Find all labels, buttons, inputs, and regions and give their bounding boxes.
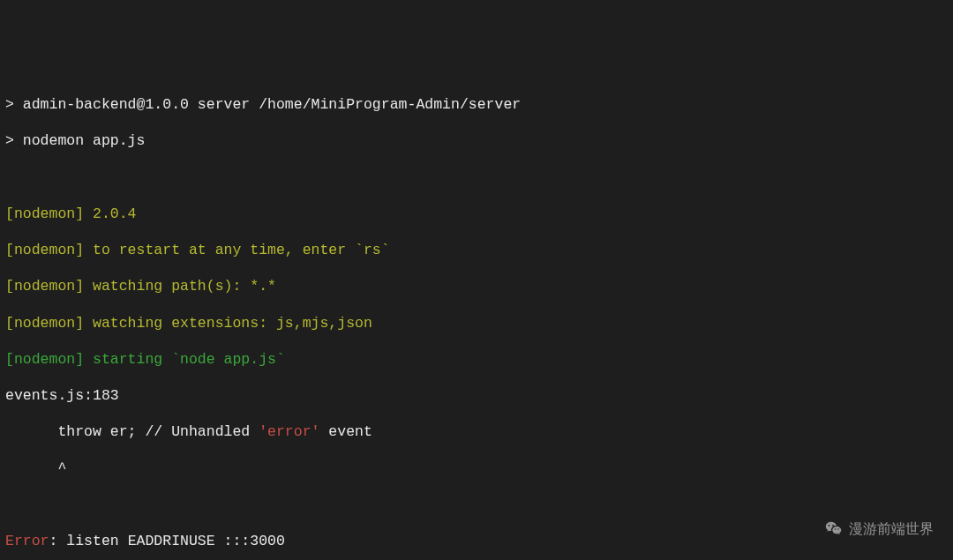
throw-line: throw er; // Unhandled 'error' event (5, 423, 948, 442)
cmd-header-1: > admin-backend@1.0.0 server /home/MiniP… (5, 96, 948, 115)
throw-caret: ^ (5, 460, 948, 479)
nodemon-restart: [nodemon] to restart at any time, enter … (5, 242, 948, 260)
nodemon-starting: [nodemon] starting `node app.js` (5, 351, 948, 370)
terminal-output[interactable]: > admin-backend@1.0.0 server /home/MiniP… (5, 78, 948, 561)
cmd-header-2: > nodemon app.js (5, 132, 948, 151)
nodemon-version: [nodemon] 2.0.4 (5, 205, 948, 224)
throw-pre: throw er; // Unhandled (5, 423, 259, 440)
nodemon-watch-ext: [nodemon] watching extensions: js,mjs,js… (5, 315, 948, 333)
error-label: Error (5, 533, 49, 549)
blank-line (5, 169, 948, 188)
throw-error: 'error' (259, 423, 319, 440)
wechat-icon (824, 519, 844, 539)
throw-post: event (319, 423, 371, 440)
watermark-text: 漫游前端世界 (849, 520, 934, 538)
error-message: : listen EADDRINUSE :::3000 (49, 533, 285, 549)
blank-line (5, 497, 948, 515)
nodemon-watch-paths: [nodemon] watching path(s): *.* (5, 278, 948, 296)
events-file: events.js:183 (5, 387, 948, 406)
error-header: Error: listen EADDRINUSE :::3000 (5, 533, 948, 551)
watermark: 漫游前端世界 (824, 519, 934, 539)
